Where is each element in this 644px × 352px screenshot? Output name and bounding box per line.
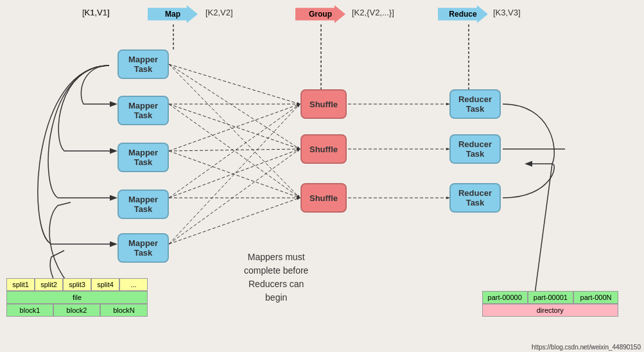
svg-line-13 [169, 149, 300, 244]
map-arrow: Map [148, 5, 198, 23]
block1: block1 [6, 304, 53, 317]
shuffle-task-2: Shuffle [300, 134, 347, 164]
header-k2v2set: [K2,{V2,...}] [352, 8, 394, 17]
reducer-task-3: ReducerTask [449, 183, 501, 213]
svg-line-12 [169, 104, 300, 244]
shuffle-task-1: Shuffle [300, 89, 347, 119]
svg-line-14 [169, 198, 300, 244]
diagram-area: [K1,V1] [K1,V1] Map [K2,V2] Group [K2,{V… [0, 0, 644, 352]
part-00000: part-00000 [482, 291, 528, 304]
reduce-arrow: Reduce [438, 5, 488, 23]
output-table: part-00000 part-00001 part-000N director… [482, 291, 618, 317]
file-table: split1 split2 split3 split4 ... file blo… [6, 278, 148, 317]
header-k3v3: [K3,V3] [493, 8, 521, 17]
svg-line-21 [533, 164, 552, 308]
mapper-task-1: MapperTask [117, 49, 169, 79]
split4: split4 [91, 278, 119, 291]
reducer-task-1: ReducerTask [449, 89, 501, 119]
mapper-task-2: MapperTask [117, 96, 169, 125]
svg-line-5 [169, 104, 300, 198]
mapper-task-4: MapperTask [117, 189, 169, 219]
note-text: Mappers mustcomplete beforeReducers canb… [244, 251, 308, 304]
svg-line-15 [169, 64, 300, 104]
split-etc: ... [119, 278, 148, 291]
svg-line-16 [169, 64, 300, 149]
part-000N: part-000N [573, 291, 618, 304]
header-k2v2: [K2,V2] [205, 8, 233, 17]
split1: split1 [6, 278, 35, 291]
watermark-text: https://blog.csdn.net/weixin_44890150 [532, 344, 641, 351]
reducer-task-2: ReducerTask [449, 134, 501, 164]
mapper-task-3: MapperTask [117, 143, 169, 172]
shuffle-task-3: Shuffle [300, 183, 347, 213]
group-arrow: Group [295, 5, 345, 23]
file-label: file [6, 291, 148, 304]
directory-label: directory [482, 304, 618, 317]
block2: block2 [53, 304, 100, 317]
svg-line-17 [169, 64, 300, 198]
svg-line-10 [169, 149, 300, 198]
svg-line-8 [169, 151, 300, 198]
svg-line-6 [169, 104, 300, 151]
header-k1v1-text: [K1,V1] [82, 8, 110, 17]
mapper-task-5: MapperTask [117, 233, 169, 263]
svg-line-4 [169, 104, 300, 149]
split2: split2 [35, 278, 63, 291]
split3: split3 [63, 278, 91, 291]
svg-line-7 [169, 149, 300, 151]
blockN: blockN [100, 304, 148, 317]
part-00001: part-00001 [528, 291, 573, 304]
svg-line-9 [169, 104, 300, 198]
